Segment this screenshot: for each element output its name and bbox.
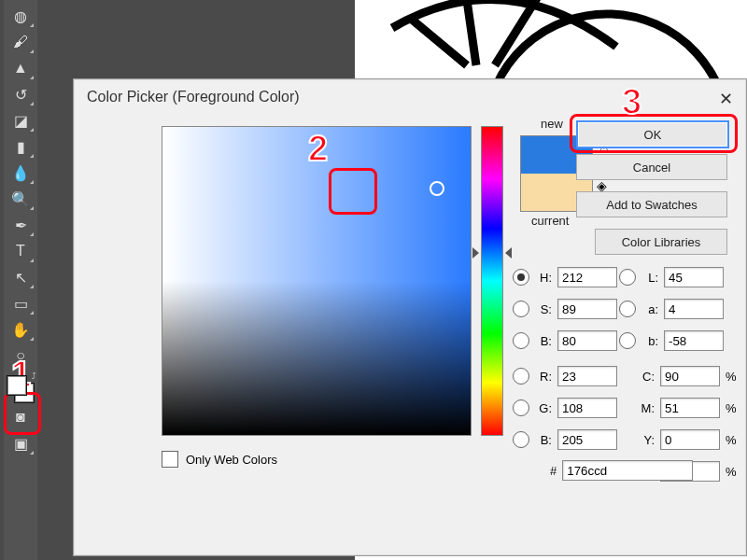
L-label: L: bbox=[638, 271, 658, 285]
g-label: G: bbox=[531, 401, 552, 415]
cancel-button-label: Cancel bbox=[633, 161, 670, 175]
C-label: C: bbox=[634, 370, 655, 384]
close-icon[interactable]: ✕ bbox=[719, 89, 733, 109]
bri-input[interactable] bbox=[557, 330, 617, 351]
bri-radio[interactable] bbox=[513, 332, 529, 349]
swap-colors-icon[interactable]: ⤴ bbox=[32, 371, 36, 381]
foreground-color-swatch[interactable] bbox=[7, 375, 27, 396]
M-input[interactable] bbox=[660, 398, 720, 418]
color-field[interactable] bbox=[162, 126, 472, 436]
sat-label: S: bbox=[531, 302, 552, 316]
libraries-button-label: Color Libraries bbox=[622, 235, 701, 249]
annotation-box-2 bbox=[329, 168, 377, 215]
dialog-title: Color Picker (Foreground Color) bbox=[74, 79, 746, 115]
Y-unit: % bbox=[726, 433, 737, 447]
L-row: L: bbox=[619, 266, 724, 288]
K-unit: % bbox=[726, 465, 737, 479]
cancel-button[interactable]: Cancel bbox=[576, 154, 727, 180]
b-radio[interactable] bbox=[513, 431, 529, 448]
swatches-button-label: Add to Swatches bbox=[606, 198, 698, 212]
sat-input[interactable] bbox=[557, 299, 617, 319]
sat-row: S:% bbox=[513, 298, 634, 320]
r-input[interactable] bbox=[557, 366, 617, 386]
C-row: C:% bbox=[634, 365, 737, 387]
L-radio[interactable] bbox=[619, 269, 636, 286]
blur-tool[interactable]: 💧 bbox=[7, 161, 35, 185]
spot-healing-tool[interactable]: ◍ bbox=[7, 4, 35, 28]
history-brush-tool[interactable]: ↺ bbox=[7, 82, 35, 106]
only-web-colors-row: Only Web Colors bbox=[162, 451, 277, 468]
pen-tool[interactable]: ✒ bbox=[7, 213, 35, 237]
lb-input[interactable] bbox=[664, 330, 724, 351]
b-row: B: bbox=[513, 428, 617, 451]
bri-row: B:% bbox=[513, 329, 634, 352]
g-input[interactable] bbox=[557, 398, 617, 418]
hex-input[interactable] bbox=[562, 460, 693, 481]
r-label: R: bbox=[531, 370, 552, 384]
annotation-box-3 bbox=[570, 114, 738, 153]
type-tool[interactable]: T bbox=[7, 239, 35, 263]
bri-label: B: bbox=[531, 334, 552, 348]
lb-radio[interactable] bbox=[619, 332, 636, 349]
g-radio[interactable] bbox=[513, 399, 529, 416]
L-input[interactable] bbox=[664, 267, 724, 287]
Y-input[interactable] bbox=[660, 429, 720, 450]
hue-label: H: bbox=[531, 271, 552, 285]
hex-hash: # bbox=[550, 464, 557, 478]
hue-slider[interactable] bbox=[481, 126, 503, 436]
tools-panel: ◍ 🖌 ▲ ↺ ◪ ▮ 💧 🔍 ✒ T ↖ ▭ ✋ ○ ⤴ ◙ ▣ bbox=[4, 0, 37, 560]
sat-radio[interactable] bbox=[513, 301, 529, 317]
a-input[interactable] bbox=[664, 299, 724, 319]
annotation-box-1 bbox=[4, 392, 41, 435]
a-label: a: bbox=[638, 302, 658, 316]
hex-row: # bbox=[550, 460, 693, 481]
Y-row: Y:% bbox=[634, 428, 737, 451]
hue-radio[interactable] bbox=[513, 269, 529, 286]
C-input[interactable] bbox=[660, 366, 720, 386]
only-web-colors-checkbox[interactable] bbox=[162, 451, 178, 468]
rectangle-tool[interactable]: ▭ bbox=[7, 291, 35, 315]
add-to-swatches-button[interactable]: Add to Swatches bbox=[576, 191, 727, 217]
r-radio[interactable] bbox=[513, 368, 529, 385]
hue-row: H:° bbox=[513, 266, 627, 288]
b-label: B: bbox=[531, 433, 552, 447]
lb-label: b: bbox=[638, 334, 658, 348]
Y-label: Y: bbox=[634, 433, 655, 447]
a-row: a: bbox=[619, 298, 724, 320]
C-unit: % bbox=[726, 370, 737, 384]
g-row: G: bbox=[513, 397, 617, 419]
new-color-label: new bbox=[541, 117, 563, 131]
color-libraries-button[interactable]: Color Libraries bbox=[595, 229, 727, 255]
brow: b: bbox=[619, 329, 724, 352]
hand-tool[interactable]: ✋ bbox=[7, 317, 35, 342]
r-row: R: bbox=[513, 365, 617, 387]
color-field-cursor bbox=[430, 181, 444, 196]
gradient-tool[interactable]: ▮ bbox=[7, 134, 35, 159]
M-label: M: bbox=[634, 401, 655, 415]
current-color-label: current bbox=[531, 214, 569, 228]
clone-stamp-tool[interactable]: ▲ bbox=[7, 56, 35, 80]
b-input[interactable] bbox=[557, 429, 617, 450]
hue-input[interactable] bbox=[557, 267, 617, 287]
M-row: M:% bbox=[634, 397, 737, 419]
path-selection-tool[interactable]: ↖ bbox=[7, 265, 35, 289]
annotation-num-2: 2 bbox=[308, 129, 328, 169]
brush-tool[interactable]: 🖌 bbox=[7, 30, 35, 54]
dodge-tool[interactable]: 🔍 bbox=[7, 187, 35, 211]
a-radio[interactable] bbox=[619, 301, 636, 317]
annotation-num-3: 3 bbox=[622, 82, 641, 122]
M-unit: % bbox=[726, 401, 737, 415]
eraser-tool[interactable]: ◪ bbox=[7, 108, 35, 133]
only-web-colors-label: Only Web Colors bbox=[186, 453, 277, 467]
